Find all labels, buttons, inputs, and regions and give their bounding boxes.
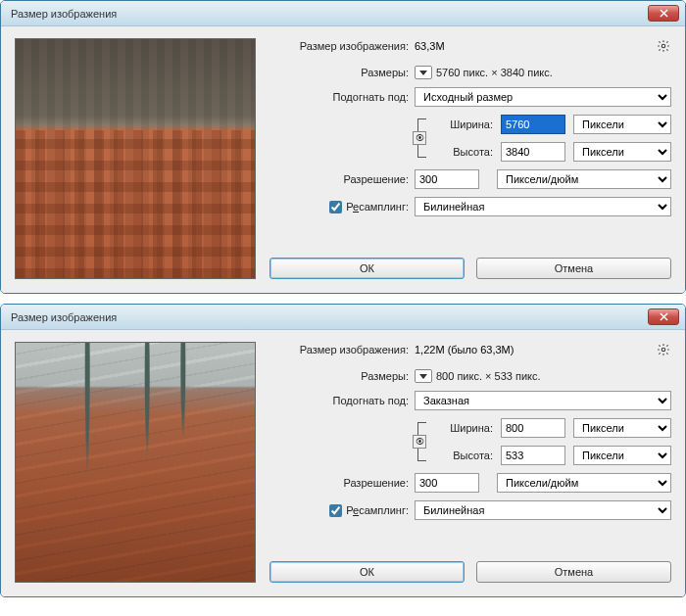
dimensions-label: Размеры: xyxy=(270,370,415,382)
preview-thumbnail xyxy=(15,38,256,279)
resample-checkbox[interactable] xyxy=(329,201,342,213)
resolution-label: Разрешение: xyxy=(270,173,415,185)
preview-thumbnail xyxy=(15,342,256,583)
chain-link-icon: ⦿ xyxy=(413,435,426,449)
width-input[interactable] xyxy=(501,115,565,134)
ok-button[interactable]: ОК xyxy=(270,561,465,583)
file-size-value: 1,22M (было 63,3M) xyxy=(415,344,514,355)
width-unit-select[interactable]: Пиксели xyxy=(573,115,671,134)
height-unit-select[interactable]: Пиксели xyxy=(573,446,671,465)
cancel-button[interactable]: Отмена xyxy=(476,561,671,583)
cancel-button[interactable]: Отмена xyxy=(476,258,671,279)
close-icon xyxy=(660,312,668,321)
height-unit-select[interactable]: Пиксели xyxy=(573,142,671,162)
height-label: Высота: xyxy=(432,450,493,461)
ok-button[interactable]: ОК xyxy=(270,258,465,279)
dimensions-label: Размеры: xyxy=(270,67,415,78)
close-button[interactable] xyxy=(648,308,679,325)
dialog-title: Размер изображения xyxy=(11,311,117,323)
dimensions-value: 800 пикс. × 533 пикс. xyxy=(436,370,541,382)
link-dimensions[interactable]: ⦿ xyxy=(415,115,432,162)
file-size-label: Размер изображения: xyxy=(270,344,415,355)
titlebar[interactable]: Размер изображения xyxy=(1,305,685,330)
chain-link-icon: ⦿ xyxy=(413,131,426,145)
resolution-unit-select[interactable]: Пиксели/дюйм xyxy=(497,169,671,189)
height-input[interactable] xyxy=(501,446,565,465)
fit-to-select[interactable]: Заказная xyxy=(415,391,671,410)
settings-button[interactable] xyxy=(656,38,671,54)
width-input[interactable] xyxy=(501,418,565,438)
resolution-input[interactable] xyxy=(415,169,479,189)
titlebar[interactable]: Размер изображения xyxy=(1,1,685,26)
height-input[interactable] xyxy=(501,142,565,162)
file-size-value: 63,3M xyxy=(415,40,445,52)
svg-point-0 xyxy=(662,44,665,48)
image-size-dialog: Размер изображения Размер изображения: 1… xyxy=(0,304,686,597)
resolution-unit-select[interactable]: Пиксели/дюйм xyxy=(497,473,671,493)
gear-icon xyxy=(657,39,670,53)
fit-to-label: Подогнать под: xyxy=(270,395,415,406)
resample-label: Ресамплинг: xyxy=(346,201,409,213)
resolution-input[interactable] xyxy=(415,473,479,493)
close-icon xyxy=(660,9,668,18)
settings-button[interactable] xyxy=(656,342,671,357)
width-label: Ширина: xyxy=(432,118,493,130)
dimensions-value: 5760 пикс. × 3840 пикс. xyxy=(436,67,553,78)
fit-to-label: Подогнать под: xyxy=(270,91,415,103)
dimensions-unit-toggle[interactable] xyxy=(415,66,432,79)
resample-label: Ресамплинг: xyxy=(346,504,409,516)
link-dimensions[interactable]: ⦿ xyxy=(415,418,432,465)
width-unit-select[interactable]: Пиксели xyxy=(573,418,671,438)
gear-icon xyxy=(657,343,670,356)
file-size-label: Размер изображения: xyxy=(270,40,415,52)
dimensions-unit-toggle[interactable] xyxy=(415,369,432,383)
svg-point-1 xyxy=(662,348,665,352)
resample-method-select[interactable]: Билинейная xyxy=(415,197,671,216)
image-size-dialog: Размер изображения Размер изображения: 6… xyxy=(0,0,686,294)
resample-checkbox[interactable] xyxy=(329,504,342,517)
resolution-label: Разрешение: xyxy=(270,477,415,489)
dialog-title: Размер изображения xyxy=(11,8,117,20)
width-label: Ширина: xyxy=(432,422,493,434)
fit-to-select[interactable]: Исходный размер xyxy=(415,87,671,107)
resample-method-select[interactable]: Билинейная xyxy=(415,500,671,520)
close-button[interactable] xyxy=(648,5,679,22)
height-label: Высота: xyxy=(432,146,493,158)
